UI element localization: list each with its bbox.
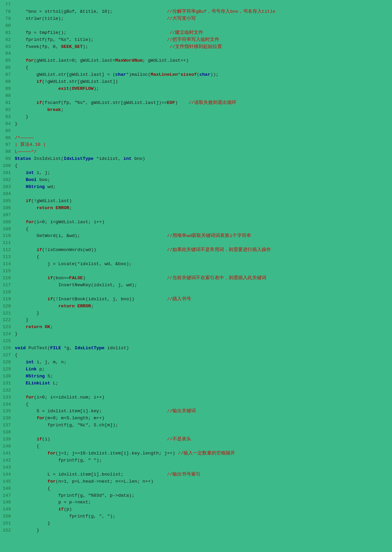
line-number: 131 — [3, 380, 15, 387]
line-content — [15, 387, 17, 394]
line-content: { — [15, 163, 17, 170]
line-content: p = p->next; — [15, 499, 91, 506]
code-line: 149 if(p) — [0, 506, 392, 513]
line-content: if(boo==FALSE) //当前关键词不在索引表中，则需插入此关键词 — [15, 275, 266, 282]
line-content: } — [15, 331, 17, 338]
line-number: 140 — [3, 443, 15, 450]
code-line: 118 — [0, 289, 392, 296]
line-content — [15, 464, 17, 471]
code-line: 105 if(!gWdList.last) — [0, 198, 392, 205]
line-number: 92 — [3, 107, 15, 114]
line-number: 95 — [3, 128, 15, 135]
line-number: 82 — [3, 37, 15, 44]
line-number: 79 — [3, 15, 15, 22]
line-content: for(m=0; m<S.length; m++) — [15, 415, 104, 422]
line-content: { — [15, 401, 29, 408]
code-line: 88 if(!gWdList.str[gWdList.last]) — [0, 78, 392, 85]
line-number: 97 — [3, 141, 15, 148]
line-content: { — [15, 352, 17, 359]
line-content — [15, 22, 17, 29]
code-line: 129 Link p; — [0, 366, 392, 373]
line-content — [15, 50, 17, 57]
line-number: 148 — [3, 499, 15, 506]
line-content: strlwr(title); //大写变小写 — [15, 15, 196, 22]
code-line: 134 { — [0, 401, 392, 408]
line-number: 139 — [3, 436, 15, 443]
code-line: 110 GetWord(i, &wd); //用堆串wd获取关键词词表第i个字符… — [0, 233, 392, 240]
line-content: for(i=0; i<gWdList.last; i++) — [15, 219, 104, 226]
code-line: 106 return ERROR; — [0, 205, 392, 212]
code-line: 151 } — [0, 520, 392, 527]
line-number: 152 — [3, 527, 15, 534]
line-number: 130 — [3, 373, 15, 380]
line-number: 100 — [3, 163, 15, 170]
line-content: if(!InsertBook(idxlist, j, bno)) //插入书号 — [15, 296, 191, 303]
line-number: 88 — [3, 78, 15, 85]
line-content: gWdList.str[gWdList.last] = (char*)mallo… — [15, 71, 219, 78]
line-content: if(!gWdList.str[gWdList.last]) — [15, 78, 118, 85]
code-line: 138 — [0, 429, 392, 436]
code-line: 124} — [0, 331, 392, 338]
line-content — [15, 191, 17, 198]
code-line: 122 } — [0, 317, 392, 324]
line-number: 101 — [3, 170, 15, 177]
line-number: 105 — [3, 198, 15, 205]
line-number: 104 — [3, 191, 15, 198]
code-line: 130 HString S; — [0, 373, 392, 380]
line-number: 89 — [3, 85, 15, 93]
code-line: 121 } — [0, 310, 392, 317]
line-content — [15, 289, 17, 296]
code-line: 112 if(!isCommonWords(wd)) //如果此关键词不是常用词… — [0, 247, 392, 254]
code-line: 97| 算法4.10 | — [0, 141, 392, 148]
code-line: 131 ELinkList L; — [0, 380, 392, 387]
line-content: fprintf(g, "%c", S.ch[m]); — [15, 422, 118, 429]
line-number: 143 — [3, 464, 15, 471]
line-content — [15, 240, 17, 247]
line-number: 118 — [3, 289, 15, 296]
code-line: 102 Bool boo; — [0, 177, 392, 184]
line-content: } — [15, 317, 29, 324]
line-number: 125 — [3, 338, 15, 345]
line-number: 151 — [3, 520, 15, 527]
line-number: 87 — [3, 71, 15, 78]
code-line: 103 HString wd; — [0, 184, 392, 191]
line-content: } — [15, 527, 39, 534]
code-line: 139 if(i) //不是表头 — [0, 436, 392, 443]
code-line: 150 fprintf(g, ", "); — [0, 513, 392, 520]
line-number: 110 — [3, 233, 15, 240]
line-number: 132 — [3, 387, 15, 394]
line-content: j = Locate(*idxlist, wd, &boo); — [15, 261, 131, 268]
line-content: | 算法4.10 | — [15, 141, 46, 148]
line-number: 138 — [3, 429, 15, 436]
code-line: 127{ — [0, 352, 392, 359]
line-number: 120 — [3, 303, 15, 310]
code-line: 117 InsertNewKey(idxlist, j, wd); — [0, 282, 392, 289]
code-line: 143 — [0, 464, 392, 471]
code-line: 93 } — [0, 114, 392, 121]
line-number: 112 — [3, 247, 15, 254]
line-content: fprintf(g, ", "); — [15, 513, 115, 520]
code-line: 140 { — [0, 443, 392, 450]
line-number: 111 — [3, 240, 15, 247]
line-number: 98 — [3, 148, 15, 156]
line-content: exit(OVERFLOW); — [15, 85, 99, 93]
line-number: 81 — [3, 29, 15, 37]
code-line: 91 if(fscanf(fp, "%s", gWdList.str[gWdLi… — [0, 100, 392, 107]
line-number: 122 — [3, 317, 15, 324]
line-content: return OK; — [15, 324, 53, 331]
code-line: 101 int i, j; — [0, 170, 392, 177]
code-line: 132 — [0, 387, 392, 394]
line-content: /*————— — [15, 135, 34, 142]
line-content: L—————*/ — [15, 148, 37, 156]
code-line: 115 — [0, 268, 392, 275]
line-content: if(!gWdList.last) — [15, 198, 72, 205]
line-number: 147 — [3, 492, 15, 499]
code-line: 100{ — [0, 163, 392, 170]
line-number: 91 — [3, 100, 15, 107]
line-number: 109 — [3, 226, 15, 233]
line-content: { — [15, 485, 50, 492]
line-content: fprintf(fp, "%s", title); //把字符串写入临时文件 — [15, 37, 219, 44]
line-number: 142 — [3, 457, 15, 464]
line-number: 115 — [3, 268, 15, 275]
line-number: 129 — [3, 366, 15, 373]
